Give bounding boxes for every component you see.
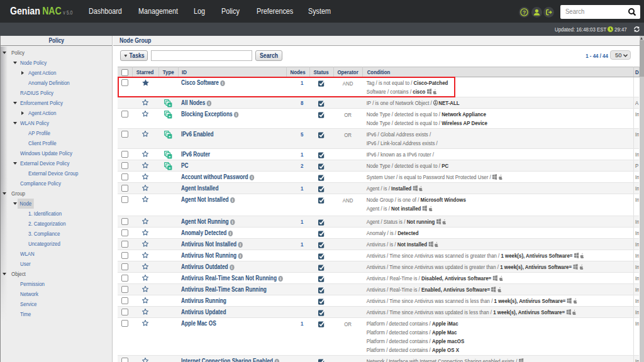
- svg-text:?: ?: [523, 9, 526, 16]
